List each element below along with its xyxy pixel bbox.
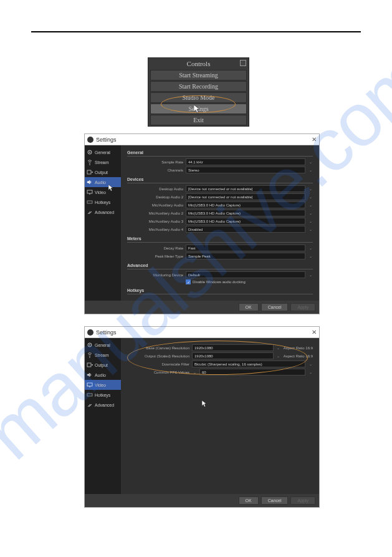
chevron-down-icon[interactable]: ⌄ xyxy=(308,273,313,277)
desktop-audio-label: Desktop Audio xyxy=(127,187,183,191)
chevron-down-icon[interactable]: ⌄ xyxy=(308,227,313,231)
downscale-field[interactable]: Bicubic (Sharpened scaling, 16 samples) xyxy=(192,361,305,367)
monitoring-device-field[interactable]: Default xyxy=(186,271,305,278)
cancel-button[interactable]: Cancel xyxy=(261,496,289,505)
chevron-down-icon[interactable]: ⌄ xyxy=(276,354,281,358)
sidebar-label: Hotkeys xyxy=(95,393,110,397)
sample-rate-field[interactable]: 44.1 kHz xyxy=(186,158,305,165)
mic-aux3-field[interactable]: Mic(USB3.0 HD Audio Capture) xyxy=(186,218,305,225)
fps-field[interactable]: 60 xyxy=(199,369,305,375)
mic-aux4-label: Mic/Auxiliary Audio 4 xyxy=(127,228,183,231)
mic-aux4-field[interactable]: Disabled xyxy=(186,226,305,233)
output-icon xyxy=(87,362,93,368)
chevron-down-icon[interactable]: ⌄ xyxy=(308,362,313,366)
peak-meter-field[interactable]: Sample Peak xyxy=(186,253,305,259)
chevron-down-icon[interactable]: ⌄ xyxy=(308,219,313,223)
chevron-down-icon[interactable]: ⌄ xyxy=(308,160,313,164)
desktop-audio2-field[interactable]: [Device not connected or not available] xyxy=(186,193,305,200)
app-icon xyxy=(87,137,93,143)
close-icon[interactable]: ✕ xyxy=(312,136,317,143)
chevron-down-icon[interactable]: ⌄ xyxy=(308,254,313,258)
sidebar: General Stream Output Audio Video Hotkey… xyxy=(85,338,121,494)
sidebar-item-advanced[interactable]: Advanced xyxy=(85,207,121,217)
sidebar-item-hotkeys[interactable]: Hotkeys xyxy=(85,390,121,400)
settings-button[interactable]: Settings xyxy=(150,104,247,114)
chevron-down-icon[interactable]: ⌄ xyxy=(308,168,313,172)
monitor-icon xyxy=(87,382,93,388)
antenna-icon xyxy=(87,159,93,165)
aspect-ratio-label: Aspect Ratio 16:9 xyxy=(284,354,313,358)
settings-dialog-video: Settings ✕ General Stream Output Audio V… xyxy=(84,326,320,508)
aspect-ratio-label: Aspect Ratio 16:9 xyxy=(284,346,313,350)
cancel-button[interactable]: Cancel xyxy=(261,303,289,311)
ok-button[interactable]: OK xyxy=(239,496,259,505)
sidebar-label: Audio xyxy=(95,373,106,377)
sidebar-item-video[interactable]: Video xyxy=(85,380,121,390)
title-bar: Settings ✕ xyxy=(85,327,319,338)
svg-rect-2 xyxy=(87,170,91,174)
chevron-down-icon[interactable]: ⌄ xyxy=(308,246,313,250)
antenna-icon xyxy=(87,352,93,358)
sidebar-label: Stream xyxy=(95,160,109,165)
title-bar: Settings ✕ xyxy=(85,134,319,145)
mic-aux-field[interactable]: Mic(USB3.0 HD Audio Capture) xyxy=(186,201,305,208)
sidebar-item-output[interactable]: Output xyxy=(85,167,121,177)
start-recording-button[interactable]: Start Recording xyxy=(150,81,247,92)
sidebar-label: Video xyxy=(95,383,106,387)
sidebar-item-video[interactable]: Video xyxy=(85,187,121,197)
sidebar-item-stream[interactable]: Stream xyxy=(85,350,121,360)
svg-rect-8 xyxy=(87,363,91,367)
keyboard-icon xyxy=(87,392,93,398)
svg-point-1 xyxy=(89,152,90,153)
decay-rate-field[interactable]: Fast xyxy=(186,245,305,251)
base-res-field[interactable]: 1920x1080 xyxy=(192,344,274,351)
button-bar: OK Cancel Apply xyxy=(85,494,319,507)
sidebar-item-advanced[interactable]: Advanced xyxy=(85,400,121,410)
settings-dialog-audio: Settings ✕ General Stream Output Audio V… xyxy=(84,133,320,314)
monitor-icon xyxy=(87,189,93,195)
chevron-down-icon[interactable]: ⌄ xyxy=(308,186,313,191)
desktop-audio-field[interactable]: [Device not connected or not available] xyxy=(186,185,305,192)
chevron-down-icon[interactable]: ⌄ xyxy=(192,370,197,374)
chevron-down-icon[interactable]: ⌄ xyxy=(276,346,281,350)
keyboard-icon xyxy=(87,199,93,205)
content-area: Base (Canvas) Resolution1920x1080⌄Aspect… xyxy=(121,338,319,494)
speaker-icon xyxy=(87,179,93,185)
sidebar-item-audio[interactable]: Audio xyxy=(85,177,121,187)
dock-icon[interactable] xyxy=(240,60,246,66)
start-streaming-button[interactable]: Start Streaming xyxy=(150,70,247,80)
apply-button[interactable]: Apply xyxy=(290,303,315,311)
sidebar-label: Advanced xyxy=(95,403,114,407)
sidebar-item-general[interactable]: General xyxy=(85,340,121,350)
ducking-label: Disable Windows audio ducking xyxy=(193,280,246,284)
tools-icon xyxy=(87,209,93,215)
sidebar-item-output[interactable]: Output xyxy=(85,360,121,370)
sidebar-label: Stream xyxy=(95,353,109,357)
sidebar-item-general[interactable]: General xyxy=(85,147,121,157)
fps-label: Common FPS Values xyxy=(127,371,189,374)
output-icon xyxy=(87,169,93,175)
ok-button[interactable]: OK xyxy=(239,303,259,311)
chevron-down-icon[interactable]: ⌄ xyxy=(308,211,313,215)
chevron-down-icon[interactable]: ⌄ xyxy=(308,203,313,207)
channels-field[interactable]: Stereo xyxy=(186,167,305,173)
ducking-checkbox[interactable]: ✓ xyxy=(186,279,191,284)
exit-button[interactable]: Exit xyxy=(150,115,247,125)
sidebar-item-stream[interactable]: Stream xyxy=(85,157,121,167)
sidebar-item-audio[interactable]: Audio xyxy=(85,370,121,380)
window-title: Settings xyxy=(96,137,117,143)
gear-icon xyxy=(87,149,93,155)
studio-mode-button[interactable]: Studio Mode xyxy=(150,92,247,103)
section-meters-title: Meters xyxy=(127,236,313,243)
apply-button[interactable]: Apply xyxy=(290,496,315,505)
sidebar: General Stream Output Audio Video Hotkey… xyxy=(85,145,121,301)
desktop-audio2-label: Desktop Audio 2 xyxy=(127,195,183,199)
chevron-down-icon[interactable]: ⌄ xyxy=(308,195,313,199)
svg-rect-4 xyxy=(87,201,92,203)
svg-rect-3 xyxy=(87,190,92,193)
close-icon[interactable]: ✕ xyxy=(312,329,317,336)
mic-aux2-field[interactable]: Mic(USB3.0 HD Audio Capture) xyxy=(186,210,305,216)
output-res-field[interactable]: 1920x1080 xyxy=(192,352,274,359)
sidebar-item-hotkeys[interactable]: Hotkeys xyxy=(85,197,121,207)
chevron-down-icon[interactable]: ⌄ xyxy=(308,370,313,374)
